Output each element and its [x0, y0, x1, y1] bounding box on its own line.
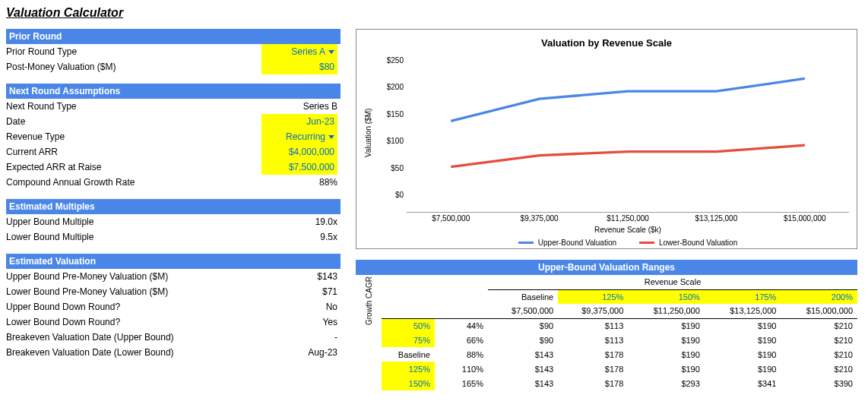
chart-x-ticks: $7,500,000 $9,375,000 $11,250,000 $13,12… — [407, 214, 849, 223]
rev-type-label: Revenue Type — [6, 131, 65, 142]
col-header: 150% — [628, 289, 705, 304]
chart-title: Valuation by Revenue Scale — [364, 37, 849, 49]
chart-legend: Upper-Bound Valuation Lower-Bound Valuat… — [407, 239, 849, 247]
rev-type-select[interactable]: Recurring — [261, 129, 337, 144]
prior-round-type-value: Series A — [291, 46, 325, 57]
legend-swatch-icon — [518, 242, 534, 244]
lower-mult-label: Lower Bound Multiple — [6, 232, 93, 242]
table-row: 125% 110% $143 $178 $190 $190 $210 — [356, 362, 857, 376]
lower-pm-label: Lower Bound Pre-Money Valuation ($M) — [6, 286, 168, 297]
upper-down-value: No — [261, 302, 337, 312]
upper-pm-label: Upper Bound Pre-Money Valuation ($M) — [6, 271, 168, 282]
breakeven-upper-value: - — [261, 332, 337, 343]
expected-arr-label: Expected ARR at Raise — [6, 162, 101, 172]
lower-mult-value: 9.5x — [261, 232, 337, 242]
cagr-value: 88% — [261, 177, 337, 188]
upper-mult-label: Upper Bound Multiple — [6, 216, 93, 227]
date-input[interactable]: Jun-23 — [261, 114, 337, 129]
legend-item-lower: Lower-Bound Valuation — [639, 239, 737, 247]
col-value: $11,250,000 — [628, 304, 705, 318]
col-value: $13,125,000 — [705, 304, 781, 318]
col-value: $9,375,000 — [558, 304, 628, 318]
rev-type-value: Recurring — [286, 131, 325, 142]
post-money-label: Post-Money Valuation ($M) — [6, 62, 116, 72]
next-round-type-label: Next Round Type — [6, 101, 77, 112]
current-arr-input[interactable]: $4,000,000 — [261, 144, 337, 160]
col-header: 125% — [558, 289, 628, 304]
chart-y-ticks: $250 $200 $150 $100 $50 $0 — [376, 53, 407, 213]
inputs-panel: Prior Round Prior Round Type Series A Po… — [6, 29, 341, 390]
prior-round-type-label: Prior Round Type — [6, 46, 77, 57]
expected-arr-input[interactable]: $7,500,000 — [261, 160, 337, 175]
valuation-header: Estimated Valuation — [6, 254, 341, 269]
breakeven-upper-label: Breakeven Valuation Date (Upper Bound) — [6, 332, 174, 343]
col-value: $15,000,000 — [781, 304, 857, 318]
upper-mult-value: 19.0x — [261, 216, 337, 227]
col-header: 200% — [781, 289, 857, 304]
date-label: Date — [6, 116, 25, 127]
legend-item-upper: Upper-Bound Valuation — [518, 239, 616, 247]
next-round-type-value: Series B — [261, 101, 337, 112]
prior-round-header: Prior Round — [6, 29, 341, 44]
table-row: 150% 165% $143 $178 $293 $341 $390 — [356, 376, 857, 390]
prior-round-type-select[interactable]: Series A — [261, 44, 337, 59]
chart-plot-area — [407, 53, 849, 213]
ranges-header: Upper-Bound Valuation Ranges — [356, 260, 857, 275]
col-header: 175% — [705, 289, 781, 304]
cagr-axis-label: Growth CAGR — [356, 275, 382, 390]
lower-down-value: Yes — [261, 317, 337, 327]
breakeven-lower-label: Breakeven Valuation Date (Lower Bound) — [6, 347, 174, 358]
col-header: Baseline — [488, 289, 558, 304]
chart-lines — [407, 53, 849, 212]
ranges-table: Growth CAGR Revenue Scale Baseline 125% … — [356, 275, 857, 390]
lower-down-label: Lower Bound Down Round? — [6, 317, 120, 327]
valuation-chart: Valuation by Revenue Scale Valuation ($M… — [356, 29, 857, 249]
col-value: $7,500,000 — [488, 304, 558, 318]
chevron-down-icon — [328, 135, 334, 139]
table-row: 50% 44% $90 $113 $190 $190 $210 — [356, 318, 857, 333]
cagr-label: Compound Annual Growth Rate — [6, 177, 135, 188]
breakeven-lower-value: Aug-23 — [261, 347, 337, 358]
chart-y-axis-label: Valuation ($M) — [364, 53, 376, 213]
revenue-scale-label: Revenue Scale — [488, 275, 857, 289]
legend-swatch-icon — [639, 242, 654, 244]
table-row: Baseline 88% $143 $178 $190 $190 $210 — [356, 347, 857, 362]
page-title: Valuation Calculator — [6, 6, 862, 20]
chevron-down-icon — [328, 50, 334, 54]
chart-x-axis-label: Revenue Scale ($k) — [407, 226, 849, 234]
table-row: 75% 66% $90 $113 $190 $190 $210 — [356, 333, 857, 347]
upper-down-label: Upper Bound Down Round? — [6, 302, 120, 312]
post-money-input[interactable]: $80 — [261, 59, 337, 74]
multiples-header: Estimated Multiples — [6, 199, 341, 214]
current-arr-label: Current ARR — [6, 147, 58, 157]
lower-pm-value: $71 — [261, 286, 337, 297]
next-round-header: Next Round Assumptions — [6, 84, 341, 99]
upper-pm-value: $143 — [261, 271, 337, 282]
